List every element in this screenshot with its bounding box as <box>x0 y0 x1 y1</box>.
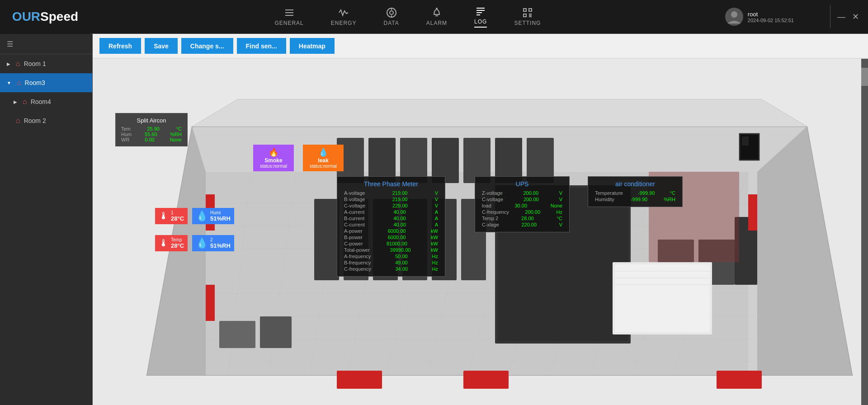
humi2-label: 2 <box>210 237 231 242</box>
row-c-voltage-ups: C-voltage 200.00 V <box>482 197 562 202</box>
bell-icon <box>431 7 442 18</box>
svg-marker-24 <box>757 127 852 375</box>
ups-title: UPS <box>482 180 562 188</box>
nav-data[interactable]: DATA <box>383 7 399 26</box>
toolbar: Refresh Save Change s... Find sen... Hea… <box>93 34 868 59</box>
avatar <box>725 8 743 26</box>
value: 219.00 <box>392 190 408 196</box>
target-icon <box>386 7 397 18</box>
minimize-button[interactable]: — <box>837 12 845 22</box>
svg-rect-80 <box>742 137 749 146</box>
row-c-power: C-power 81000.00 kW <box>344 241 438 246</box>
svg-rect-77 <box>717 371 762 389</box>
humi1-info: Humi 51%RH <box>210 210 231 222</box>
leak-label: leak <box>307 157 339 164</box>
titlebar: OURSpeed GENERAL ENERGY DATA ALARM <box>0 0 868 34</box>
wr-label: WR <box>121 137 129 142</box>
widget-ups: UPS Z-voltage 200.00 V C-voltage 200.00 … <box>475 176 570 232</box>
change-s-button[interactable]: Change s... <box>181 38 233 54</box>
thermo-icon-2: 🌡 <box>159 237 169 249</box>
arrow-icon-room4: ▶ <box>14 99 17 104</box>
nav-setting[interactable]: SETTING <box>514 7 541 26</box>
three-phase-title: Three Phase Meter <box>344 180 438 188</box>
divider <box>830 5 830 28</box>
split-aircon-row-0: Tem 25.90 °C <box>121 126 182 132</box>
setting-icon <box>522 7 533 18</box>
user-avatar-icon <box>727 10 741 24</box>
row-a-power: A-power 6000.00 kW <box>344 228 438 234</box>
wave-icon <box>338 7 349 18</box>
floorplan: Split Aircon Tem 25.90 °C Hum 55.60 %RH … <box>93 59 868 405</box>
tem-unit: °C <box>176 126 182 132</box>
temp1-value: 28°C <box>171 215 184 222</box>
row-load: load 30.00 None <box>482 203 562 208</box>
humi2-value: 51%RH <box>210 242 231 249</box>
svg-rect-76 <box>463 371 509 389</box>
app-logo: OURSpeed <box>0 0 90 34</box>
scrollbar-thumb[interactable] <box>861 68 868 86</box>
heatmap-button[interactable]: Heatmap <box>290 38 335 54</box>
save-button[interactable]: Save <box>145 38 178 54</box>
temp2-label: Temp <box>171 237 184 242</box>
three-phase-rows: A-voltage 219.00 V B-voltage 219.00 V C-… <box>344 190 438 272</box>
close-button[interactable]: ✕ <box>852 12 859 22</box>
split-aircon-row-2: WR 0.00 None <box>121 137 182 142</box>
sidebar-item-room4[interactable]: ▶ ⌂ Room4 <box>0 92 92 111</box>
row-total-power: Total-power 39990.00 kW <box>344 247 438 253</box>
svg-rect-70 <box>219 321 255 348</box>
split-aircon-row-1: Hum 55.60 %RH <box>121 132 182 137</box>
widget-leak: 💧 leak status:normal <box>303 145 344 171</box>
smoke-label: Smoke <box>258 157 289 164</box>
scrollbar-right[interactable] <box>861 59 868 405</box>
svg-rect-71 <box>260 316 292 348</box>
temp1-info: 1 28°C <box>171 210 184 222</box>
row-a-voltage: A-voltage 219.00 V <box>344 190 438 196</box>
row-b-power: B-power 6000.00 kW <box>344 235 438 240</box>
nav-energy[interactable]: ENERGY <box>331 7 357 26</box>
svg-rect-14 <box>524 14 526 17</box>
row-c-current: C-current 40.00 A <box>344 222 438 227</box>
sidebar: ☰ ▶ ⌂ Room 1 ▼ ⌂ Room3 ▶ ⌂ Room4 ▶ ⌂ Roo… <box>0 34 93 405</box>
widget-temp2: 🌡 Temp 28°C <box>155 235 188 251</box>
row-humidity-ac: Humidity -999.90 %RH <box>595 197 675 202</box>
split-aircon-title: Split Aircon <box>121 117 182 124</box>
hum-value: 55.60 <box>145 132 157 137</box>
sidebar-item-room3[interactable]: ▼ ⌂ Room3 <box>0 73 92 92</box>
svg-point-4 <box>390 11 393 14</box>
house-icon: ⌂ <box>16 60 20 68</box>
nav-alarm[interactable]: ALARM <box>426 7 447 26</box>
refresh-button[interactable]: Refresh <box>99 38 141 54</box>
sidebar-item-room2[interactable]: ▶ ⌂ Room 2 <box>0 111 92 130</box>
row-c-freq: C-frequency 34.00 Hz <box>344 266 438 272</box>
wr-unit: None <box>170 137 182 142</box>
svg-rect-75 <box>337 371 382 389</box>
ups-rows: Z-voltage 200.00 V C-voltage 200.00 V lo… <box>482 190 562 227</box>
main-content: Split Aircon Tem 25.90 °C Hum 55.60 %RH … <box>93 59 868 405</box>
datetime: 2024-09-02 15:52:51 <box>748 18 794 23</box>
sidebar-menu-icon: ☰ <box>7 40 13 48</box>
row-c-freq-ups: C-frequency 200.00 Hz <box>482 209 562 215</box>
hum-label: Hum <box>121 132 132 137</box>
sidebar-label-room4: Room4 <box>31 98 51 105</box>
leak-icon: 💧 <box>307 147 339 157</box>
tem-label: Tem <box>121 126 131 132</box>
widget-air-conditioner: air conditioner Temperature -999.90 °C H… <box>588 176 683 207</box>
drop-icon-2: 💧 <box>196 237 208 249</box>
temp1-label: 1 <box>171 210 184 215</box>
temp2-info: Temp 28°C <box>171 237 184 249</box>
logo-speed: Speed <box>40 9 78 24</box>
svg-rect-74 <box>748 194 757 231</box>
svg-point-19 <box>731 11 737 18</box>
nav-general[interactable]: GENERAL <box>274 7 303 26</box>
sidebar-item-room1[interactable]: ▶ ⌂ Room 1 <box>0 54 92 73</box>
svg-rect-73 <box>206 285 215 321</box>
nav-log[interactable]: LOG <box>474 6 487 28</box>
main-nav: GENERAL ENERGY DATA ALARM LOG <box>90 0 725 34</box>
logo-our: OUR <box>12 9 40 24</box>
row-temp2: Temp 2 28.00 °C <box>482 216 562 221</box>
find-sen-button[interactable]: Find sen... <box>237 38 286 54</box>
widget-smoke: 🔥 Smoke status:normal <box>253 145 294 171</box>
username: root <box>748 11 794 18</box>
svg-rect-82 <box>615 264 710 332</box>
svg-rect-15 <box>529 9 532 11</box>
